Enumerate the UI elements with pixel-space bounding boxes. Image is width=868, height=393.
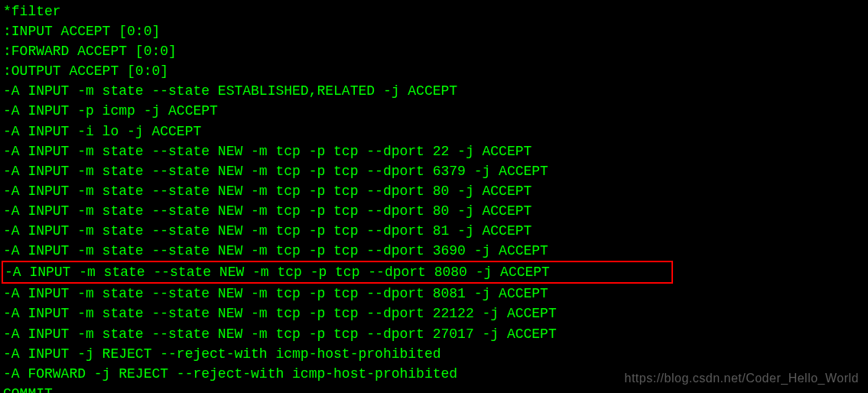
terminal-line: -A INPUT -m state --state NEW -m tcp -p … — [0, 161, 868, 181]
terminal-line: -A INPUT -m state --state NEW -m tcp -p … — [0, 284, 868, 304]
terminal-line: -A INPUT -m state --state NEW -m tcp -p … — [0, 201, 868, 221]
watermark-text: https://blog.csdn.net/Coder_Hello_World — [625, 369, 859, 387]
terminal-line-highlighted: -A INPUT -m state --state NEW -m tcp -p … — [2, 261, 673, 284]
terminal-line: -A INPUT -p icmp -j ACCEPT — [0, 101, 868, 121]
terminal-line: -A INPUT -m state --state NEW -m tcp -p … — [0, 304, 868, 323]
terminal-line: -A INPUT -m state --state NEW -m tcp -p … — [0, 324, 868, 344]
terminal-line: -A INPUT -i lo -j ACCEPT — [0, 122, 868, 141]
terminal-line: :FORWARD ACCEPT [0:0] — [0, 41, 868, 61]
terminal-line: -A INPUT -m state --state NEW -m tcp -p … — [0, 221, 868, 241]
terminal-line: *filter — [0, 2, 868, 21]
terminal-line: -A INPUT -m state --state NEW -m tcp -p … — [0, 181, 868, 201]
terminal-line: -A INPUT -m state --state ESTABLISHED,RE… — [0, 81, 868, 101]
terminal-output[interactable]: *filter:INPUT ACCEPT [0:0]:FORWARD ACCEP… — [0, 2, 868, 393]
terminal-line: -A INPUT -m state --state NEW -m tcp -p … — [0, 141, 868, 161]
terminal-line: -A INPUT -m state --state NEW -m tcp -p … — [0, 241, 868, 261]
terminal-line: :INPUT ACCEPT [0:0] — [0, 21, 868, 41]
terminal-line: :OUTPUT ACCEPT [0:0] — [0, 61, 868, 81]
terminal-line: -A INPUT -j REJECT --reject-with icmp-ho… — [0, 344, 868, 364]
